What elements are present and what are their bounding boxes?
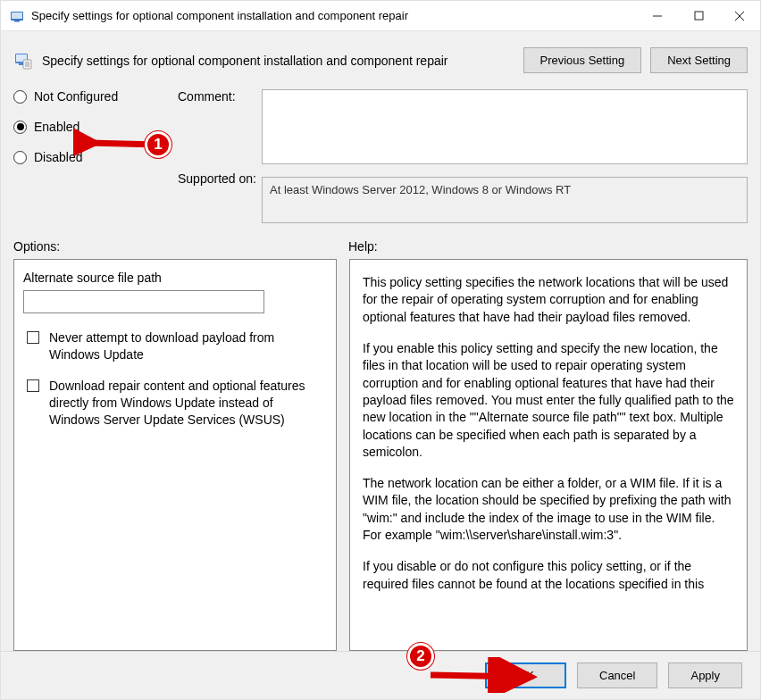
svg-rect-1 <box>12 12 22 19</box>
app-icon <box>10 9 24 23</box>
help-paragraph: If you disable or do not configure this … <box>363 558 734 593</box>
field-inputs: At least Windows Server 2012, Windows 8 … <box>262 89 748 223</box>
policy-header: Specify settings for optional component … <box>1 31 760 82</box>
supported-label: Supported on: <box>178 171 258 186</box>
comment-label: Comment: <box>178 89 258 104</box>
panels: Alternate source file path Never attempt… <box>1 259 760 651</box>
ok-button[interactable]: OK <box>485 662 566 688</box>
radio-enabled-label: Enabled <box>34 120 79 134</box>
direct-wu-checkbox[interactable] <box>27 379 39 392</box>
policy-icon <box>13 51 33 71</box>
policy-dialog: Specify settings for optional component … <box>0 0 761 700</box>
window-buttons <box>637 1 760 30</box>
alt-path-input[interactable] <box>23 290 264 313</box>
close-icon <box>734 11 745 21</box>
next-setting-button[interactable]: Next Setting <box>650 47 748 73</box>
help-label: Help: <box>348 239 378 254</box>
maximize-icon <box>694 11 704 21</box>
never-download-checkbox[interactable] <box>27 331 39 344</box>
dialog-footer: OK Cancel Apply <box>1 651 760 699</box>
never-download-label: Never attempt to download payload from W… <box>49 329 327 363</box>
window-title: Specify settings for optional component … <box>31 9 637 22</box>
close-button[interactable] <box>719 1 760 30</box>
apply-button[interactable]: Apply <box>668 662 742 688</box>
svg-rect-2 <box>14 21 20 22</box>
radio-not-configured[interactable]: Not Configured <box>13 89 174 104</box>
help-paragraph: The network location can be either a fol… <box>363 475 734 544</box>
direct-wu-label: Download repair content and optional fea… <box>49 378 327 429</box>
options-panel: Alternate source file path Never attempt… <box>13 259 337 651</box>
section-labels: Options: Help: <box>1 223 760 259</box>
help-paragraph: This policy setting specifies the networ… <box>363 274 734 326</box>
minimize-icon <box>652 11 663 21</box>
configuration-grid: Not Configured Enabled Disabled Comment:… <box>1 82 760 223</box>
radio-disabled-label: Disabled <box>34 150 82 164</box>
title-bar: Specify settings for optional component … <box>1 1 760 31</box>
maximize-button[interactable] <box>678 1 719 30</box>
minimize-button[interactable] <box>637 1 678 30</box>
svg-rect-4 <box>695 12 703 20</box>
previous-setting-button[interactable]: Previous Setting <box>523 47 642 73</box>
radio-disabled-input[interactable] <box>13 151 27 164</box>
supported-on-text: At least Windows Server 2012, Windows 8 … <box>270 183 571 196</box>
state-radio-group: Not Configured Enabled Disabled <box>13 89 174 164</box>
radio-enabled-input[interactable] <box>13 121 27 134</box>
alt-path-label: Alternate source file path <box>23 271 327 285</box>
radio-not-configured-label: Not Configured <box>34 89 118 104</box>
help-panel[interactable]: This policy setting specifies the networ… <box>349 259 748 651</box>
options-label: Options: <box>13 239 348 254</box>
policy-title: Specify settings for optional component … <box>42 54 514 68</box>
field-labels: Comment: Supported on: <box>178 89 258 186</box>
radio-enabled[interactable]: Enabled <box>13 120 174 134</box>
radio-not-configured-input[interactable] <box>13 90 27 104</box>
cancel-button[interactable]: Cancel <box>577 662 657 688</box>
help-paragraph: If you enable this policy setting and sp… <box>363 340 734 461</box>
comment-textarea[interactable] <box>262 89 748 164</box>
radio-disabled[interactable]: Disabled <box>13 150 174 164</box>
supported-on-box: At least Windows Server 2012, Windows 8 … <box>262 177 748 223</box>
